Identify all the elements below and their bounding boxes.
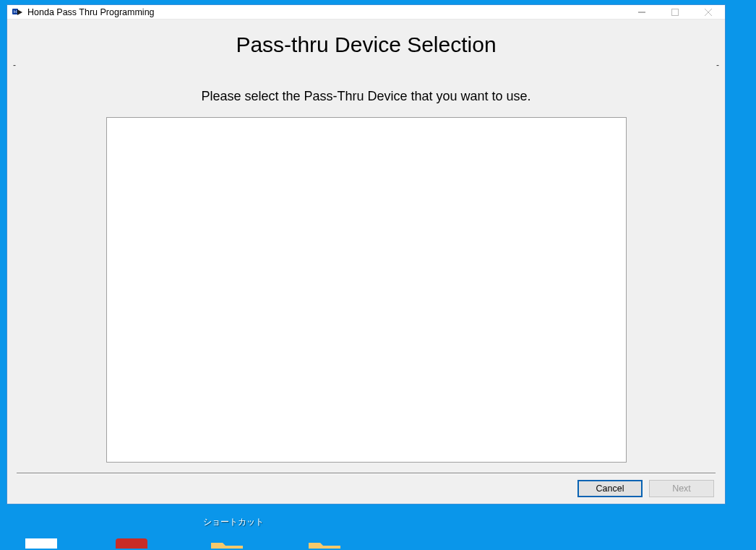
desktop-folder-icon[interactable] [307,538,342,550]
app-icon: H [12,7,23,18]
window-title: Honda Pass Thru Programming [27,7,155,17]
titlebar: H Honda Pass Thru Programming [7,5,725,20]
dash-row: - - [12,60,721,70]
svg-rect-3 [672,9,679,15]
minimize-button[interactable] [625,5,658,19]
close-button [692,5,725,19]
desktop-shortcut-label: ショートカット [203,516,264,528]
device-listbox[interactable] [106,117,627,463]
app-body: Pass-thru Device Selection - - Please se… [7,20,725,504]
window-controls [625,5,725,19]
svg-text:H: H [14,9,17,14]
desktop-item-white[interactable] [25,538,57,549]
next-button: Next [649,480,714,497]
maximize-button [658,5,692,19]
dash-right: - [716,60,719,70]
titlebar-left: H Honda Pass Thru Programming [7,7,625,18]
cancel-button[interactable]: Cancel [577,480,643,497]
button-row: Cancel Next [12,474,721,504]
desktop-folder-icon[interactable] [210,538,244,550]
dash-left: - [13,60,16,70]
desktop-item-red[interactable] [116,538,147,549]
instruction-text: Please select the Pass-Thru Device that … [12,89,721,104]
application-window: H Honda Pass Thru Programming Pass-thru … [7,4,726,504]
page-title: Pass-thru Device Selection [12,33,721,57]
